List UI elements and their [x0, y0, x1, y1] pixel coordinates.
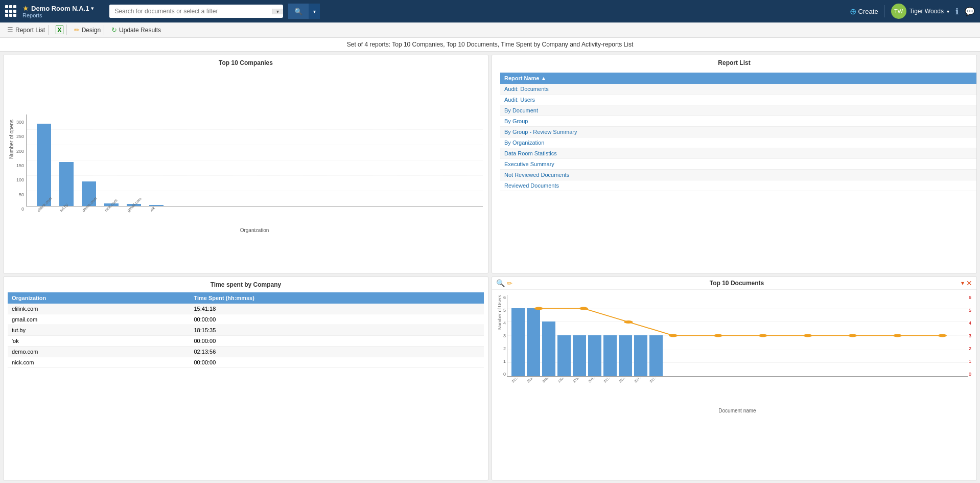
search-input[interactable]: [109, 5, 272, 18]
report-list-label: Report List: [15, 27, 45, 34]
app-name-dropdown-icon[interactable]: ▾: [91, 5, 94, 12]
page-title: Set of 4 reports: Top 10 Companies, Top …: [0, 38, 980, 52]
app-name-text: Demo Room N.A.1: [31, 5, 89, 12]
docs-close-icon[interactable]: ✕: [966, 279, 972, 287]
svg-point-2: [624, 320, 633, 324]
top10-docs-header-bar: 🔍 ✏ Top 10 Documents ▾ ✕: [492, 277, 976, 290]
info-button[interactable]: ℹ: [955, 7, 959, 16]
y-axis-labels: 300 250 200 150 100 50 0: [16, 120, 26, 212]
header: ★ Demo Room N.A.1 ▾ Reports ▾ 🔍 ▾ ⊕ Crea…: [0, 0, 980, 22]
create-button[interactable]: ⊕ Create: [850, 7, 878, 16]
time-cell: 18:15:35: [190, 325, 484, 336]
svg-point-9: [938, 334, 947, 337]
create-label: Create: [858, 8, 878, 15]
search-filter-dropdown[interactable]: ▾: [272, 9, 283, 14]
report-list-item[interactable]: By Group - Review Summary: [504, 129, 577, 135]
report-list-item[interactable]: Audit: Documents: [504, 86, 549, 92]
docs-bar[interactable]: [619, 335, 632, 376]
docs-y-axis-right: 6543210: [968, 295, 971, 377]
report-list-item[interactable]: Data Room Statistics: [504, 150, 557, 156]
time-cell: 02:13:56: [190, 347, 484, 357]
user-dropdown-icon[interactable]: ▾: [947, 9, 949, 14]
time-spent-table: Organization Time Spent (hh:mmss) elilin…: [8, 292, 484, 368]
search-icon: 🔍: [294, 8, 302, 15]
toolbar-excel[interactable]: X: [53, 25, 67, 35]
docs-bar[interactable]: [603, 335, 617, 376]
time-cell: 15:41:18: [190, 304, 484, 314]
report-list-panel: Report List Report Name ▲ Audit: Documen…: [492, 55, 977, 273]
docs-edit-icon[interactable]: ✏: [507, 280, 512, 287]
org-cell: tut.by: [8, 325, 190, 336]
refresh-icon: ↻: [111, 26, 117, 34]
report-list-table: Report Name ▲ Audit: DocumentsAudit: Use…: [500, 73, 976, 191]
docs-bar[interactable]: [634, 335, 647, 376]
docs-bar[interactable]: [649, 335, 663, 376]
pencil-icon: ✏: [74, 26, 80, 34]
report-list-col-header[interactable]: Report Name ▲: [500, 73, 976, 84]
docs-y-axis-title: Number of Users: [497, 295, 502, 330]
search-bar: ▾: [109, 5, 283, 18]
time-cell: 00:00:00: [190, 357, 484, 368]
star-icon: ★: [22, 4, 29, 12]
org-col-header: Organization: [8, 292, 190, 304]
svg-point-8: [893, 334, 902, 337]
excel-icon: X: [56, 26, 63, 34]
time-spent-title: Time spent by Company: [4, 277, 488, 290]
report-list-item[interactable]: By Document: [504, 107, 538, 113]
docs-bar[interactable]: [527, 308, 540, 376]
svg-point-1: [579, 307, 588, 310]
report-list-item[interactable]: Executive Summary: [504, 161, 554, 167]
docs-bar[interactable]: [511, 308, 525, 376]
org-cell: demo.com: [8, 347, 190, 357]
app-subtitle: Reports: [22, 12, 94, 18]
update-results-label: Update Results: [119, 27, 161, 34]
y-axis-title: Number of opens: [9, 120, 14, 159]
user-name: Tiger Woods: [909, 8, 944, 15]
search-button[interactable]: 🔍: [288, 4, 309, 19]
time-col-header: Time Spent (hh:mmss): [190, 292, 484, 304]
x-axis-labels: elilink.com tut.by demo.com nick.com gma…: [26, 209, 483, 214]
docs-bar[interactable]: [557, 335, 571, 376]
report-list-item[interactable]: Reviewed Documents: [504, 182, 559, 189]
docs-filter-icon[interactable]: ▾: [961, 280, 964, 287]
design-label: Design: [82, 27, 101, 34]
avatar: TW: [891, 4, 906, 19]
toolbar-design[interactable]: ✏ Design: [71, 25, 104, 35]
app-title-block: ★ Demo Room N.A.1 ▾ Reports: [22, 4, 94, 18]
docs-y-axis-labels: 6543210: [503, 295, 507, 377]
time-cell: 00:00:00: [190, 336, 484, 347]
report-list-item[interactable]: Audit: Users: [504, 97, 535, 103]
report-list-icon: ☰: [7, 26, 13, 34]
grid-menu-icon[interactable]: [5, 5, 17, 17]
time-spent-panel: Time spent by Company Organization Time …: [3, 277, 488, 480]
docs-bar[interactable]: [542, 321, 555, 376]
time-cell: 00:00:00: [190, 314, 484, 325]
search-btn-dropdown[interactable]: ▾: [309, 4, 320, 19]
svg-point-4: [714, 334, 723, 337]
docs-search-icon[interactable]: 🔍: [496, 279, 505, 287]
top10-docs-title: Top 10 Documents: [512, 280, 961, 287]
bar-tutby[interactable]: [59, 162, 74, 206]
org-cell: 'ok: [8, 336, 190, 347]
org-cell: elilink.com: [8, 304, 190, 314]
top10-docs-chart: Number of Users 6543210 327890 nicksoq27…: [492, 290, 976, 480]
report-list-item[interactable]: Not Reviewed Documents: [504, 172, 569, 178]
app-name[interactable]: ★ Demo Room N.A.1 ▾: [22, 4, 94, 12]
top10-companies-panel: Top 10 Companies Number of opens 300 250…: [3, 55, 488, 273]
org-cell: nick.com: [8, 357, 190, 368]
user-menu[interactable]: TW Tiger Woods ▾: [891, 4, 949, 19]
chat-button[interactable]: 💬: [965, 7, 975, 16]
bar-elilink[interactable]: [37, 124, 51, 206]
report-list-item[interactable]: By Organization: [504, 140, 544, 146]
org-cell: gmail.com: [8, 314, 190, 325]
docs-x-labels: 327890 nicksoq27/vest...329422 .all13468…: [507, 378, 968, 406]
docs-bar[interactable]: [573, 335, 586, 376]
svg-point-6: [803, 334, 812, 337]
docs-x-title: Document name: [507, 408, 968, 413]
plus-icon: ⊕: [850, 7, 856, 16]
docs-bar[interactable]: [588, 335, 601, 376]
top10-companies-title: Top 10 Companies: [4, 55, 488, 68]
toolbar-report-list[interactable]: ☰ Report List: [4, 25, 49, 35]
report-list-item[interactable]: By Group: [504, 118, 528, 124]
toolbar-update-results[interactable]: ↻ Update Results: [108, 25, 164, 35]
